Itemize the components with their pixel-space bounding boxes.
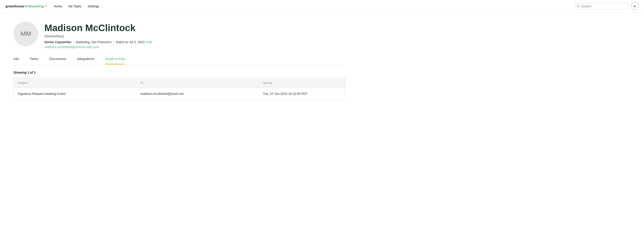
showing-count: Showing 1 of 1 xyxy=(14,71,345,74)
navbar-right: IE xyxy=(574,2,638,10)
profile-name: Madison McClintock xyxy=(44,23,152,33)
search-box[interactable] xyxy=(574,3,628,9)
table-body: Signature Request Awaiting Action madiso… xyxy=(14,88,345,100)
cell-subject: Signature Request Awaiting Action xyxy=(14,88,136,100)
brand-name-greenhouse: greenhouse xyxy=(6,4,24,8)
brand-chevron-icon: ▾ xyxy=(45,5,47,7)
tab-documents[interactable]: Documents xyxy=(49,57,66,64)
brand-logo[interactable]: greenhouse Onboarding ▾ xyxy=(6,4,47,8)
profile-role: Senior Copywriter xyxy=(44,40,72,44)
edit-link[interactable]: Edit xyxy=(146,40,152,44)
tab-info[interactable]: Info xyxy=(14,57,19,64)
nav-links: Home My Tasks Settings xyxy=(54,3,99,9)
profile-start-date: Starts on Jul 3, 2023 xyxy=(116,40,145,44)
profile-header: MM Madison McClintock (she/her/hers) Sen… xyxy=(14,21,345,49)
cell-sent-at: Tue, 27 Jun 2023 15:10:05 PDT xyxy=(259,88,345,100)
tabs: Info Tasks Documents Integrations Email … xyxy=(14,57,345,64)
nav-home[interactable]: Home xyxy=(54,3,62,9)
meta-divider-2: | xyxy=(113,40,114,44)
table-header-row: Subject To Sent at xyxy=(14,78,345,88)
col-header-to: To xyxy=(136,78,259,88)
navbar: greenhouse Onboarding ▾ Home My Tasks Se… xyxy=(0,0,644,12)
cell-to: madison.mcclintock@jmail.com xyxy=(136,88,259,100)
avatar: MM xyxy=(14,21,38,46)
profile-email[interactable]: madison.mcclintock@omniva-corp.com xyxy=(44,45,152,49)
table-row: Signature Request Awaiting Action madiso… xyxy=(14,88,345,100)
meta-divider-1: | xyxy=(73,40,74,44)
profile-pronouns: (she/her/hers) xyxy=(44,34,152,38)
search-input[interactable] xyxy=(582,4,626,8)
brand-name-onboarding: Onboarding xyxy=(25,4,44,8)
user-avatar-nav[interactable]: IE xyxy=(631,2,638,10)
search-icon xyxy=(577,5,580,8)
profile-info: Madison McClintock (she/her/hers) Senior… xyxy=(44,21,152,49)
tab-tasks[interactable]: Tasks xyxy=(30,57,38,64)
nav-settings[interactable]: Settings xyxy=(88,3,99,9)
nav-my-tasks[interactable]: My Tasks xyxy=(68,3,82,9)
col-header-subject: Subject xyxy=(14,78,136,88)
main-content: MM Madison McClintock (she/her/hers) Sen… xyxy=(0,12,359,109)
col-header-sent-at: Sent at xyxy=(259,78,345,88)
profile-department: Marketing, San Francisco xyxy=(76,40,112,44)
email-table: Subject To Sent at Signature Request Awa… xyxy=(14,78,345,100)
profile-meta: Senior Copywriter | Marketing, San Franc… xyxy=(44,40,152,44)
tab-email-activity[interactable]: Email activity xyxy=(106,57,125,64)
svg-line-1 xyxy=(579,7,580,7)
table-header: Subject To Sent at xyxy=(14,78,345,88)
tab-integrations[interactable]: Integrations xyxy=(77,57,94,64)
